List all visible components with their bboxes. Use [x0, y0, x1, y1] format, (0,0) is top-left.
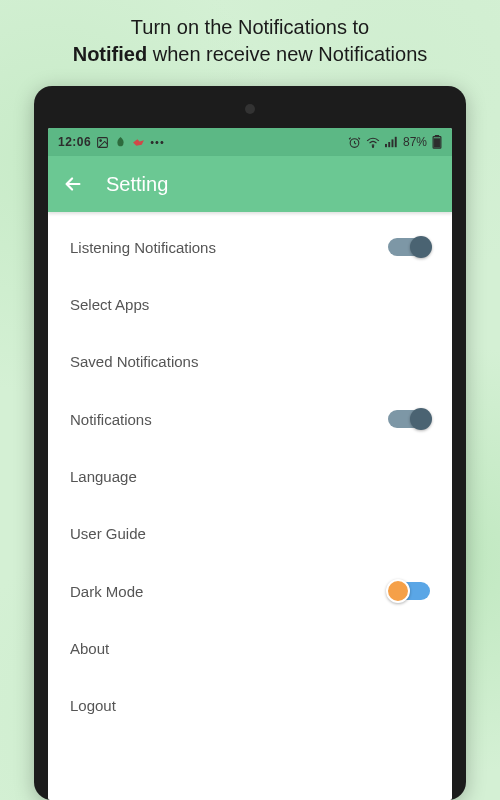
promo-line1: Turn on the Notifications to — [131, 16, 369, 38]
svg-rect-9 — [435, 135, 438, 137]
row-label: About — [70, 640, 109, 657]
row-label: Select Apps — [70, 296, 149, 313]
row-label: User Guide — [70, 525, 146, 542]
settings-row-language[interactable]: Language — [48, 448, 452, 505]
tablet-frame: 12:06 ••• 87% Setting Listening N — [34, 86, 466, 800]
more-icon: ••• — [150, 136, 165, 148]
settings-row-logout[interactable]: Logout — [48, 677, 452, 734]
alarm-icon — [348, 136, 361, 149]
settings-row-about[interactable]: About — [48, 620, 452, 677]
row-label: Listening Notifications — [70, 239, 216, 256]
back-button[interactable] — [62, 173, 84, 195]
svg-rect-5 — [388, 142, 390, 147]
settings-row-notifications[interactable]: Notifications — [48, 390, 452, 448]
svg-point-3 — [372, 146, 373, 147]
leaf-icon — [114, 136, 127, 149]
svg-point-1 — [100, 139, 102, 141]
toggle-notifications[interactable] — [388, 410, 430, 428]
image-icon — [96, 136, 109, 149]
settings-row-user-guide[interactable]: User Guide — [48, 505, 452, 562]
status-bar: 12:06 ••• 87% — [48, 128, 452, 156]
page-title: Setting — [106, 173, 168, 196]
row-label: Language — [70, 468, 137, 485]
status-left: 12:06 ••• — [58, 135, 165, 149]
row-label: Logout — [70, 697, 116, 714]
row-label: Notifications — [70, 411, 152, 428]
arrow-left-icon — [62, 173, 84, 195]
toggle-thumb — [410, 408, 432, 430]
toggle-thumb — [410, 236, 432, 258]
toggle-thumb — [386, 579, 410, 603]
settings-row-select-apps[interactable]: Select Apps — [48, 276, 452, 333]
status-right: 87% — [348, 135, 442, 149]
signal-icon — [385, 136, 398, 148]
promo-line2-rest: when receive new Notifications — [147, 43, 427, 65]
row-label: Saved Notifications — [70, 353, 198, 370]
settings-row-saved-notifications[interactable]: Saved Notifications — [48, 333, 452, 390]
battery-icon — [432, 135, 442, 149]
wifi-icon — [366, 136, 380, 148]
promo-line2-bold: Notified — [73, 43, 147, 65]
promo-text: Turn on the Notifications to Notified wh… — [0, 0, 500, 78]
camera-dot — [245, 104, 255, 114]
toggle-dark-mode[interactable] — [388, 582, 430, 600]
screen: 12:06 ••• 87% Setting Listening N — [48, 128, 452, 800]
row-label: Dark Mode — [70, 583, 143, 600]
svg-rect-6 — [391, 139, 393, 147]
svg-rect-10 — [434, 139, 439, 147]
svg-rect-4 — [385, 144, 387, 147]
battery-percent: 87% — [403, 135, 427, 149]
toggle-listening-notifications[interactable] — [388, 238, 430, 256]
bird-icon — [132, 137, 145, 148]
app-bar: Setting — [48, 156, 452, 212]
svg-rect-7 — [395, 137, 397, 147]
settings-row-listening-notifications[interactable]: Listening Notifications — [48, 218, 452, 276]
settings-list: Listening Notifications Select Apps Save… — [48, 212, 452, 740]
status-time: 12:06 — [58, 135, 91, 149]
settings-row-dark-mode[interactable]: Dark Mode — [48, 562, 452, 620]
